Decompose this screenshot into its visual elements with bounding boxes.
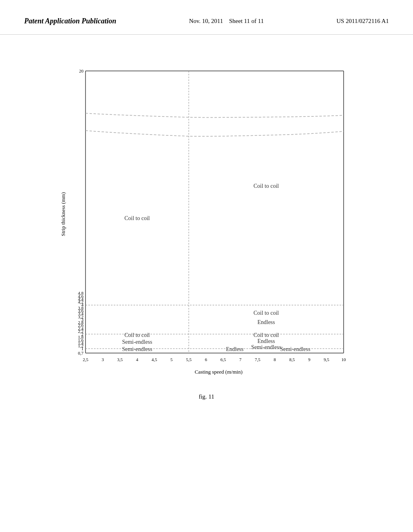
- x-tick-label: 9,5: [323, 357, 329, 362]
- chart-container: Strip thickness (mm) Casting speed (m/mi…: [53, 67, 360, 381]
- figure-label: fig. 11: [199, 393, 215, 400]
- x-tick-label: 8: [274, 357, 276, 362]
- label-endless-bottom: Endless: [226, 346, 244, 352]
- chart-svg: Coil to coil Coil to coil Coil to coil E…: [86, 71, 344, 353]
- y-axis-label: Strip thickness (mm): [60, 192, 67, 236]
- label-semi-endless-bot-left: Semi-endless: [122, 339, 152, 345]
- label-semi-endless-bot-right: Semi-endless: [251, 344, 282, 350]
- x-tick-label: 6,5: [220, 357, 226, 362]
- x-tick-label: 3: [102, 357, 104, 362]
- x-tick-label: 2,5: [83, 357, 88, 362]
- content-area: Strip thickness (mm) Casting speed (m/mi…: [0, 35, 413, 416]
- x-tick-label: 10: [342, 357, 346, 362]
- y-tick-labels-container: 204,84,64,44,243,83,63,43,232,82,62,42,2…: [67, 71, 84, 353]
- y-axis-label-wrapper: Strip thickness (mm): [59, 71, 67, 357]
- label-coil-to-coil-top-left: Coil to coil: [125, 215, 150, 221]
- page-header: Patent Application Publication Nov. 10, …: [0, 0, 413, 35]
- label-coil-to-coil-bot-left: Coil to coil: [125, 332, 150, 338]
- header-date-sheet: Nov. 10, 2011 Sheet 11 of 11: [189, 16, 264, 25]
- x-tick-label: 9: [308, 357, 311, 362]
- label-coil-to-coil-top-right: Coil to coil: [254, 183, 279, 189]
- patent-number: US 2011/0272116 A1: [336, 16, 389, 25]
- x-tick-label: 7,5: [255, 357, 261, 362]
- label-coil-to-coil-mid-right-1: Coil to coil: [254, 310, 279, 316]
- x-tick-label: 4: [136, 357, 138, 362]
- y-tick-label: 20: [79, 69, 83, 73]
- x-tick-labels-container: 2,533,544,555,566,577,588,599,510: [86, 357, 352, 364]
- sheet-info: Sheet 11 of 11: [229, 18, 264, 24]
- y-tick-label: 0,7: [78, 351, 83, 355]
- x-tick-label: 6: [205, 357, 207, 362]
- x-axis-label: Casting speed (m/min): [86, 369, 352, 375]
- label-semi-endless-bottom: Semi-endless: [122, 346, 152, 352]
- publication-date: Nov. 10, 2011: [189, 18, 223, 24]
- label-coil-to-coil-bot-right: Coil to coil: [254, 332, 279, 338]
- x-tick-label: 7: [239, 357, 242, 362]
- x-tick-label: 3,5: [117, 357, 123, 362]
- publication-title: Patent Application Publication: [24, 16, 116, 26]
- x-tick-label: 5,5: [186, 357, 192, 362]
- label-endless-bot-right: Endless: [257, 338, 275, 344]
- label-semi-endless-bottom-right: Semi-endless: [280, 346, 311, 352]
- x-tick-label: 4,5: [152, 357, 157, 362]
- x-tick-label: 5: [171, 357, 173, 362]
- x-tick-label: 8,5: [289, 357, 295, 362]
- label-endless-mid-right: Endless: [257, 319, 275, 325]
